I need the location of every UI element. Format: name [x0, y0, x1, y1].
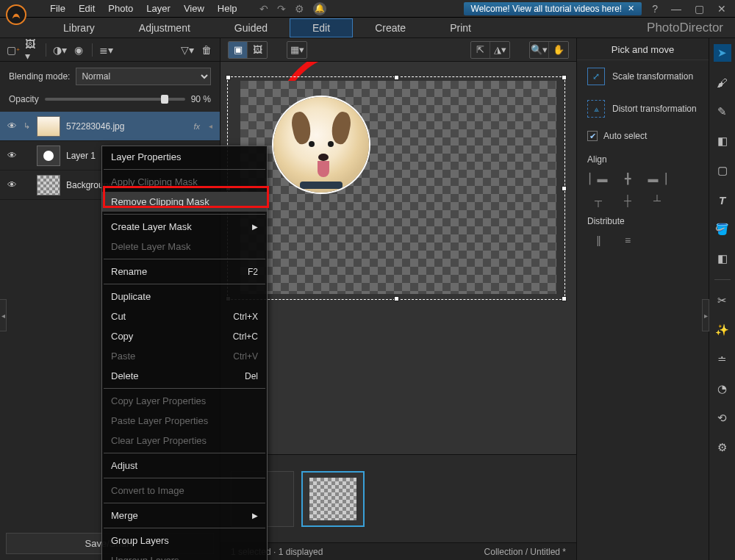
- brand-label: PhotoDirector: [647, 21, 723, 35]
- brush-tool-icon[interactable]: 🖌: [714, 73, 731, 91]
- tab-adjustment[interactable]: Adjustment: [117, 19, 212, 37]
- layers-toolbar: ▢+ 🖼▾ ◑▾ ◉ ≣▾ ▽▾ 🗑: [0, 38, 220, 62]
- scale-transform-button[interactable]: ⤢ Scale transformation: [577, 60, 709, 93]
- minimize-icon[interactable]: —: [668, 3, 684, 15]
- blending-mode-select[interactable]: Normal: [76, 68, 211, 85]
- tab-print[interactable]: Print: [428, 19, 493, 37]
- view-compare-icon[interactable]: 🖼: [248, 42, 267, 58]
- align-right-icon[interactable]: ▬▕: [649, 172, 665, 185]
- filter-icon[interactable]: ▽▾: [180, 43, 195, 57]
- opacity-slider[interactable]: [45, 98, 185, 101]
- menu-edit[interactable]: Edit: [79, 3, 95, 14]
- panel-heading: Pick and move: [577, 38, 709, 60]
- pencil-tool-icon[interactable]: ✎: [714, 103, 731, 121]
- move-tool-icon[interactable]: ➤: [714, 44, 731, 62]
- clip-indicator-icon: ↳: [24, 121, 31, 131]
- selection-rect[interactable]: [227, 76, 565, 300]
- fill-tool-icon[interactable]: 🪣: [714, 220, 731, 238]
- export-icon[interactable]: ⇱: [471, 42, 490, 58]
- align-center-h-icon[interactable]: ╋: [620, 172, 636, 185]
- autoselect-checkbox[interactable]: ✔: [587, 131, 598, 141]
- mask-icon[interactable]: ◉: [71, 43, 86, 57]
- view-single-icon[interactable]: ▣: [229, 42, 248, 58]
- context-item[interactable]: RenameF2: [102, 262, 267, 281]
- gear-icon[interactable]: ⚙: [295, 3, 304, 15]
- collapse-left-icon[interactable]: ◂: [0, 299, 7, 331]
- sliders-tool-icon[interactable]: ≐: [714, 351, 731, 368]
- mask-mode-icon[interactable]: ◑▾: [52, 43, 67, 57]
- context-item[interactable]: Adjust: [102, 456, 267, 475]
- gradient-tool-icon[interactable]: ◧: [714, 250, 731, 268]
- flip-icon[interactable]: ◮▾: [490, 42, 509, 58]
- layer-name: 572283046.jpg: [66, 121, 187, 132]
- eraser-tool-icon[interactable]: ◧: [714, 132, 731, 150]
- layer-context-menu[interactable]: Layer PropertiesApply Clipping MaskRemov…: [101, 146, 268, 560]
- zoom-icon[interactable]: 🔍▾: [530, 42, 549, 58]
- help-icon[interactable]: ?: [649, 3, 661, 15]
- visibility-icon[interactable]: 👁: [7, 121, 18, 132]
- context-item[interactable]: Merge▶: [102, 506, 267, 525]
- context-item[interactable]: CutCtrl+X: [102, 306, 267, 326]
- tab-create[interactable]: Create: [353, 19, 428, 37]
- settings-tool-icon[interactable]: ⚙: [714, 439, 731, 456]
- canvas-area[interactable]: [220, 62, 576, 454]
- context-item: Convert to Image: [102, 481, 267, 500]
- visibility-icon[interactable]: 👁: [7, 179, 18, 190]
- context-item[interactable]: Create Layer Mask▶: [102, 217, 267, 237]
- menu-layer[interactable]: Layer: [146, 3, 171, 14]
- align-center-v-icon[interactable]: ┼: [620, 194, 636, 207]
- context-item[interactable]: DeleteDel: [102, 366, 267, 386]
- welcome-banner[interactable]: Welcome! View all tutorial videos here! …: [464, 2, 642, 15]
- filmstrip-thumb[interactable]: [301, 471, 365, 527]
- menu-file[interactable]: File: [50, 3, 65, 14]
- hand-icon[interactable]: ✋: [549, 42, 568, 58]
- align-top-icon[interactable]: ┬: [590, 194, 606, 207]
- close-window-icon[interactable]: ✕: [714, 3, 729, 15]
- add-layer-icon[interactable]: ▢+: [6, 43, 21, 57]
- status-collection: Collection / Untitled *: [484, 547, 566, 557]
- magic-tool-icon[interactable]: ✨: [714, 321, 731, 339]
- menu-photo[interactable]: Photo: [108, 3, 133, 14]
- tab-guided[interactable]: Guided: [212, 19, 290, 37]
- collapse-right-icon[interactable]: ▸: [702, 299, 709, 331]
- redo-icon[interactable]: ↷: [277, 3, 286, 15]
- menu-help[interactable]: Help: [218, 3, 237, 14]
- close-icon[interactable]: ✕: [628, 4, 634, 13]
- context-item[interactable]: Duplicate: [102, 287, 267, 306]
- visibility-icon[interactable]: 👁: [7, 150, 18, 161]
- canvas[interactable]: [240, 81, 556, 294]
- status-bar: 1 selected · 1 displayed Collection / Un…: [220, 542, 576, 560]
- context-item[interactable]: Remove Clipping Mask: [102, 192, 267, 212]
- tab-edit[interactable]: Edit: [290, 18, 353, 37]
- context-item[interactable]: CopyCtrl+C: [102, 326, 267, 346]
- tab-library[interactable]: Library: [41, 19, 117, 37]
- context-item[interactable]: Group Layers: [102, 531, 267, 550]
- blending-mode-label: Blending mode:: [9, 71, 70, 82]
- crop-tool-icon[interactable]: ✂: [714, 292, 731, 309]
- maximize-icon[interactable]: ▢: [692, 3, 707, 15]
- add-image-icon[interactable]: 🖼▾: [25, 43, 40, 57]
- blur-tool-icon[interactable]: ◔: [714, 380, 731, 398]
- align-bottom-icon[interactable]: ┴: [649, 194, 665, 207]
- align-left-icon[interactable]: ▏▬: [590, 172, 606, 185]
- bell-icon[interactable]: 🔔: [313, 2, 326, 15]
- layer-thumb: [37, 116, 60, 137]
- list-icon[interactable]: ≣▾: [98, 43, 113, 57]
- trash-icon[interactable]: 🗑: [199, 43, 214, 57]
- filmstrip: [220, 454, 576, 542]
- fx-indicator[interactable]: fx: [193, 122, 200, 131]
- app-logo: [6, 4, 26, 25]
- text-tool-icon[interactable]: T: [714, 191, 731, 209]
- distribute-v-icon[interactable]: ≡: [620, 234, 636, 247]
- distribute-h-icon[interactable]: ‖: [590, 234, 606, 247]
- undo-icon[interactable]: ↶: [259, 3, 268, 15]
- grid-icon[interactable]: ▦▾: [287, 42, 306, 58]
- clone-tool-icon[interactable]: ⟲: [714, 409, 731, 427]
- autoselect-label: Auto select: [603, 131, 647, 141]
- canvas-toolbar: ▣ 🖼 ▦▾ ⇱ ◮▾ 🔍▾ ✋: [220, 38, 576, 62]
- layer-row[interactable]: 👁 ↳ 572283046.jpg fx ◂: [0, 112, 220, 141]
- context-item[interactable]: Layer Properties: [102, 147, 267, 167]
- distort-transform-button[interactable]: ⟁ Distort transformation: [577, 93, 709, 125]
- shape-tool-icon[interactable]: ▢: [714, 162, 731, 179]
- menu-view[interactable]: View: [184, 3, 204, 14]
